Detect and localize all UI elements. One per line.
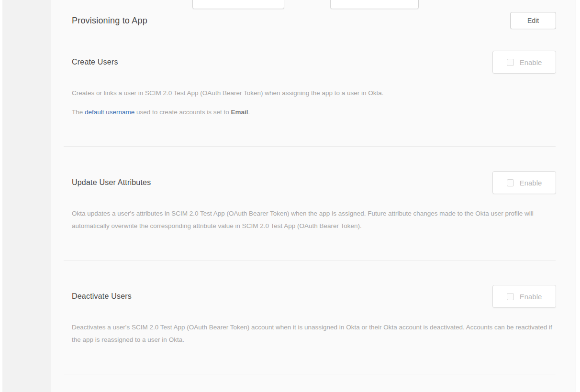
enable-checkbox[interactable]: [507, 59, 514, 66]
section-update-user-attributes-header: Update User Attributes Enable: [72, 171, 556, 194]
provisioning-settings-panel: Provisioning to App Edit Create Users En…: [51, 0, 576, 392]
enable-label: Enable: [520, 293, 542, 301]
enable-checkbox[interactable]: [507, 293, 514, 300]
create-users-description: Creates or links a user in SCIM 2.0 Test…: [72, 87, 556, 99]
section-create-users-header: Create Users Enable: [72, 51, 556, 74]
section-title-create-users: Create Users: [72, 58, 118, 66]
note-suffix: .: [248, 109, 250, 116]
left-gutter: [2, 0, 51, 392]
clipped-top-button-left[interactable]: [192, 0, 284, 9]
edit-button[interactable]: Edit: [510, 12, 556, 29]
section-title-deactivate-users: Deactivate Users: [72, 292, 132, 301]
enable-button-update-user-attributes[interactable]: Enable: [492, 171, 556, 194]
page-title: Provisioning to App: [72, 16, 147, 26]
enable-label: Enable: [520, 58, 542, 66]
note-emphasis: Email: [231, 109, 248, 116]
section-divider: [64, 260, 556, 261]
update-user-attributes-description: Okta updates a user's attributes in SCIM…: [72, 207, 556, 232]
enable-checkbox[interactable]: [507, 179, 514, 186]
enable-button-create-users[interactable]: Enable: [492, 51, 556, 74]
create-users-username-note: The default username used to create acco…: [72, 106, 556, 119]
enable-label: Enable: [520, 179, 542, 187]
note-middle: used to create accounts is set to: [134, 109, 231, 116]
section-title-update-user-attributes: Update User Attributes: [72, 178, 151, 187]
deactivate-users-description: Deactivates a user's SCIM 2.0 Test App (…: [72, 321, 556, 346]
default-username-link[interactable]: default username: [85, 109, 134, 116]
section-divider: [64, 146, 556, 147]
panel-header: Provisioning to App Edit: [72, 12, 556, 29]
note-prefix: The: [72, 109, 85, 116]
section-deactivate-users-header: Deactivate Users Enable: [72, 285, 556, 308]
clipped-top-button-right[interactable]: [330, 0, 419, 9]
section-divider: [64, 374, 556, 374]
enable-button-deactivate-users[interactable]: Enable: [492, 285, 556, 308]
